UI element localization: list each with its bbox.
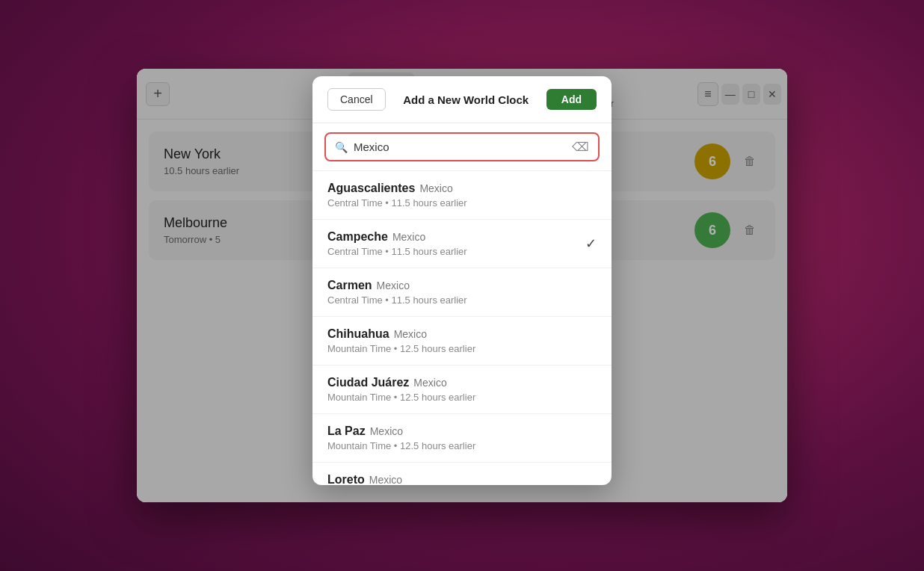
search-box: 🔍 ⌫ [324, 132, 600, 161]
result-name-row-campeche: Campeche Mexico [327, 230, 467, 244]
result-name-row-chihuahua: Chihuahua Mexico [327, 327, 475, 341]
result-country-chihuahua: Mexico [394, 328, 427, 340]
result-city-ciudadjuarez: Ciudad Juárez [327, 376, 409, 389]
result-name-row-aguascalientes: Aguascalientes Mexico [327, 182, 467, 195]
results-list: Aguascalientes Mexico Central Time • 11.… [312, 171, 612, 485]
add-clock-modal: Cancel Add a New World Clock Add 🔍 ⌫ [312, 76, 612, 485]
result-info-lapaz: La Paz Mexico Mountain Time • 12.5 hours… [327, 425, 475, 451]
result-info-chihuahua: Chihuahua Mexico Mountain Time • 12.5 ho… [327, 327, 475, 354]
result-info-aguascalientes: Aguascalientes Mexico Central Time • 11.… [327, 182, 467, 209]
search-input[interactable] [354, 141, 566, 153]
result-city-campeche: Campeche [327, 230, 388, 244]
clear-search-button[interactable]: ⌫ [572, 140, 589, 154]
app-window: + 🌐 World ⏰ Alarms ⏱ Stopwatch ⏲ Timer ≡… [137, 69, 787, 502]
result-detail-ciudadjuarez: Mountain Time • 12.5 hours earlier [327, 392, 475, 403]
modal-title: Add a New World Clock [403, 93, 529, 106]
result-item-ciudadjuarez[interactable]: Ciudad Juárez Mexico Mountain Time • 12.… [312, 365, 612, 414]
result-country-ciudadjuarez: Mexico [413, 377, 446, 389]
result-info-carmen: Carmen Mexico Central Time • 11.5 hours … [327, 279, 467, 306]
result-country-campeche: Mexico [392, 231, 425, 243]
result-country-aguascalientes: Mexico [419, 182, 452, 194]
result-country-loreto: Mexico [369, 474, 402, 485]
result-detail-carmen: Central Time • 11.5 hours earlier [327, 294, 467, 306]
result-name-row-carmen: Carmen Mexico [327, 279, 467, 292]
result-city-chihuahua: Chihuahua [327, 327, 389, 341]
result-item-loreto[interactable]: Loreto Mexico [312, 463, 612, 485]
result-name-row-ciudadjuarez: Ciudad Juárez Mexico [327, 376, 475, 389]
result-detail-lapaz: Mountain Time • 12.5 hours earlier [327, 440, 475, 451]
result-country-lapaz: Mexico [370, 425, 403, 437]
search-container: 🔍 ⌫ [312, 123, 612, 171]
result-city-lapaz: La Paz [327, 425, 366, 438]
result-item-carmen[interactable]: Carmen Mexico Central Time • 11.5 hours … [312, 268, 612, 317]
selected-check-icon: ✓ [585, 235, 597, 252]
result-item-chihuahua[interactable]: Chihuahua Mexico Mountain Time • 12.5 ho… [312, 317, 612, 365]
search-icon: 🔍 [335, 141, 348, 153]
result-country-carmen: Mexico [377, 280, 410, 291]
result-info-loreto: Loreto Mexico [327, 473, 402, 485]
result-item-lapaz[interactable]: La Paz Mexico Mountain Time • 12.5 hours… [312, 414, 612, 463]
result-city-aguascalientes: Aguascalientes [327, 182, 415, 195]
result-city-carmen: Carmen [327, 279, 372, 292]
result-detail-aguascalientes: Central Time • 11.5 hours earlier [327, 197, 467, 209]
modal-overlay: Cancel Add a New World Clock Add 🔍 ⌫ [137, 69, 787, 502]
modal-header: Cancel Add a New World Clock Add [312, 76, 612, 123]
result-info-campeche: Campeche Mexico Central Time • 11.5 hour… [327, 230, 467, 257]
result-city-loreto: Loreto [327, 473, 365, 485]
cancel-button[interactable]: Cancel [327, 88, 386, 111]
result-detail-campeche: Central Time • 11.5 hours earlier [327, 246, 467, 257]
result-name-row-lapaz: La Paz Mexico [327, 425, 475, 438]
add-confirm-button[interactable]: Add [546, 89, 597, 110]
result-detail-chihuahua: Mountain Time • 12.5 hours earlier [327, 343, 475, 354]
result-info-ciudadjuarez: Ciudad Juárez Mexico Mountain Time • 12.… [327, 376, 475, 403]
result-item-campeche[interactable]: Campeche Mexico Central Time • 11.5 hour… [312, 220, 612, 268]
result-item-aguascalientes[interactable]: Aguascalientes Mexico Central Time • 11.… [312, 171, 612, 220]
result-name-row-loreto: Loreto Mexico [327, 473, 402, 485]
